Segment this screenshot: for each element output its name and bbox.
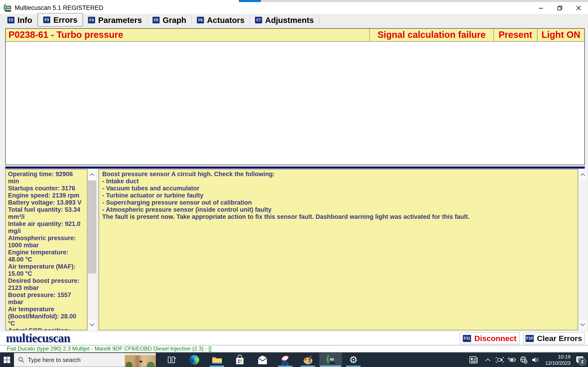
task-view-button[interactable] (160, 353, 183, 367)
fkey-badge: F4 (88, 17, 95, 23)
top-edge-blue-segment (239, 0, 261, 2)
news-icon (469, 356, 478, 364)
list-item: Boost pressure sensor A circuit high. Ch… (102, 171, 574, 178)
tab-bar: F2 Info F3 Errors F4 Parameters F5 Graph… (0, 14, 588, 27)
paint-button[interactable] (296, 353, 319, 367)
status-bar: Fiat Ducato (type 290) 2.3 Multijet - Ma… (0, 345, 588, 353)
scroll-up-button[interactable] (579, 169, 587, 180)
battery-icon (507, 357, 516, 363)
description-scrollbar[interactable] (579, 169, 587, 330)
running-indicator (301, 366, 315, 367)
scroll-down-button[interactable] (579, 319, 587, 330)
store-button[interactable] (228, 353, 251, 367)
title-bar: Multiecuscan 5.1 REGISTERED (0, 2, 588, 14)
tab-actuators[interactable]: F6 Actuators (192, 14, 250, 26)
start-button[interactable] (0, 353, 14, 367)
search-icon (18, 357, 25, 363)
running-indicator (210, 366, 224, 367)
tab-label: Parameters (98, 16, 142, 25)
list-item: Desired boost pressure: 2123 mbar (8, 277, 85, 292)
restore-button[interactable] (550, 2, 569, 14)
tab-graph[interactable]: F5 Graph (147, 14, 192, 26)
list-item: Total fuel quantity: 53.34 mm³/i (8, 206, 85, 220)
clock-date: 12/10/2023 (545, 360, 571, 366)
mail-icon (257, 355, 268, 365)
clock[interactable]: 10:19 12/10/2023 (542, 353, 571, 367)
clear-errors-label: Clear Errors (537, 334, 582, 343)
scroll-thumb[interactable] (88, 181, 96, 273)
vehicle-status-text: Fiat Ducato (type 290) 2.3 Multijet - Ma… (7, 345, 588, 352)
error-failure-cell[interactable]: Signal calculation failure (370, 29, 494, 42)
multiecuscan-taskbar-button[interactable] (319, 353, 342, 367)
list-item: Air temperature (MAF): 15.00 °C (8, 263, 85, 277)
tab-label: Graph (163, 16, 186, 25)
error-row[interactable]: P0238-61 - Turbo pressure Signal calcula… (6, 29, 584, 42)
tray-expand-button[interactable] (482, 353, 494, 367)
tab-info[interactable]: F2 Info (2, 14, 38, 26)
running-indicator (278, 366, 292, 367)
meet-now-button[interactable] (494, 353, 506, 367)
list-item: Intake air quantity: 921.0 mg/i (8, 220, 85, 235)
search-box[interactable] (14, 353, 156, 367)
description-panel: Boost pressure sensor A circuit high. Ch… (99, 169, 578, 330)
error-list: P0238-61 - Turbo pressure Signal calcula… (5, 28, 585, 165)
chevron-down-icon (90, 323, 95, 326)
list-item: Startups counter: 3176 (8, 185, 85, 192)
snipping-tool-button[interactable] (274, 353, 296, 367)
list-item: Battery voltage: 13.893 V (8, 199, 85, 206)
top-edge-strip (0, 0, 588, 2)
news-button[interactable] (465, 353, 482, 367)
list-item: Boost pressure: 1557 mbar (8, 292, 85, 306)
error-code-cell[interactable]: P0238-61 - Turbo pressure (6, 29, 370, 42)
search-highlight-image[interactable] (125, 353, 156, 367)
scroll-down-button[interactable] (88, 319, 96, 330)
fkey-badge: F6 (197, 17, 204, 23)
clear-errors-button[interactable]: F10 Clear Errors (523, 332, 585, 344)
scroll-up-button[interactable] (88, 169, 96, 180)
tab-parameters[interactable]: F4 Parameters (83, 14, 147, 26)
list-item: - Vacuum tubes and accumulator (102, 185, 574, 192)
battery-button[interactable] (506, 353, 518, 367)
tab-adjustments[interactable]: F7 Adjustments (250, 14, 319, 26)
volume-button[interactable] (530, 353, 542, 367)
snipping-tool-icon (280, 355, 291, 365)
network-globe-icon (519, 356, 528, 364)
close-button[interactable] (569, 2, 588, 14)
freeze-frame-panel: Operating time: 92906 minStartups counte… (5, 169, 87, 330)
edge-icon (190, 355, 199, 365)
window-controls (531, 2, 588, 14)
tab-label: Adjustments (265, 16, 314, 25)
file-explorer-button[interactable] (206, 353, 228, 367)
list-item: - Atmospheric pressure sensor (inside co… (102, 206, 574, 213)
list-item: Actual EGR position: 0.037 mm (8, 327, 85, 330)
chevron-up-icon (90, 173, 95, 176)
chevron-down-icon (580, 323, 585, 326)
store-icon (235, 355, 245, 365)
panel-splitter[interactable] (5, 167, 585, 169)
list-item: Engine speed: 2139 rpm (8, 192, 85, 199)
fkey-badge: F3 (43, 17, 50, 23)
freeze-frame-scrollbar[interactable] (88, 169, 96, 330)
settings-button[interactable]: ⚙ (342, 353, 365, 367)
multiecuscan-app-icon (3, 3, 12, 13)
tab-errors[interactable]: F3 Errors (38, 13, 83, 27)
minimize-button[interactable] (531, 2, 550, 14)
running-indicator (320, 366, 341, 367)
network-button[interactable] (518, 353, 530, 367)
list-item: Atmospheric pressure: 1000 mbar (8, 235, 85, 249)
search-input[interactable] (28, 357, 95, 364)
error-light-cell[interactable]: Light ON (537, 29, 584, 42)
fkey-badge: F5 (153, 17, 160, 23)
fkey-badge: F11 (463, 335, 471, 342)
disconnect-button[interactable]: F11 Disconnect (460, 332, 520, 344)
chevron-up-icon (580, 173, 585, 176)
disconnect-label: Disconnect (474, 334, 516, 343)
notification-center-button[interactable]: 2 (571, 353, 588, 367)
close-icon (576, 5, 582, 11)
error-state-cell[interactable]: Present (494, 29, 537, 42)
edge-button[interactable] (183, 353, 206, 367)
taskbar-spacer (365, 353, 465, 367)
mail-button[interactable] (251, 353, 274, 367)
list-item: The fault is present now. Take appropria… (102, 213, 574, 220)
tab-label: Errors (53, 15, 78, 25)
